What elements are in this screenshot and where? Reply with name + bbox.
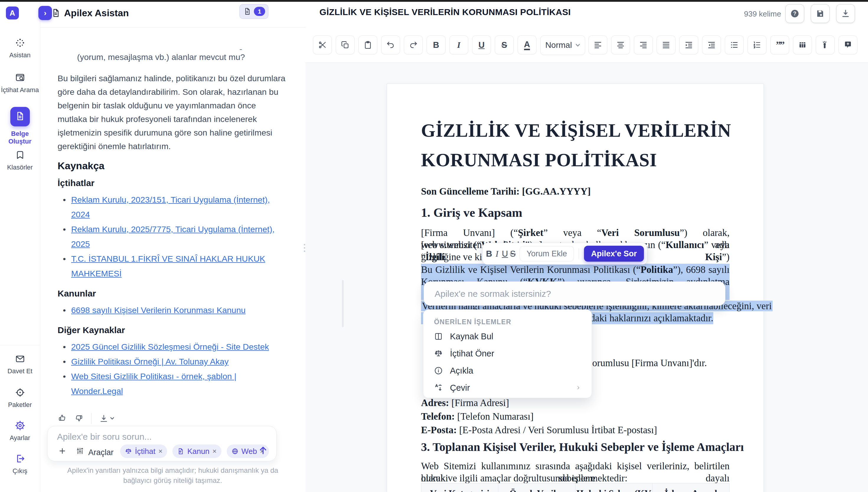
add-comment-button[interactable] (839, 35, 858, 54)
question-icon: ? (790, 8, 800, 19)
source-link[interactable]: Web Sitesi Gizlilik Politikası - örnek, … (71, 371, 236, 396)
save-button[interactable] (811, 4, 829, 23)
source-link[interactable]: 2025 Güncel Gizlilik Sözleşmesi Örneği -… (71, 342, 269, 351)
tools-button[interactable] (76, 447, 84, 456)
numbered-list-button[interactable] (747, 35, 766, 54)
globe-icon (231, 448, 238, 455)
download-button[interactable] (836, 4, 855, 23)
indent-decrease-button[interactable] (702, 35, 721, 54)
sidebar-item-ictihat-arama[interactable]: İçtihat Arama (0, 73, 40, 94)
strikethrough-button[interactable]: S (495, 35, 514, 54)
italic-button[interactable]: I (449, 35, 468, 54)
app-logo[interactable]: A (6, 6, 19, 20)
source-link[interactable]: Reklam Kurulu, 2025/7775, Ticari Uygulam… (71, 224, 275, 249)
attached-document-badge[interactable]: 1 (239, 4, 269, 19)
align-justify-button[interactable] (657, 35, 675, 54)
filter-chips: İçtihat × Kanun × Web × (120, 444, 269, 458)
collapse-panel-button[interactable]: › (39, 6, 52, 20)
copy-button[interactable] (336, 35, 355, 54)
download-menu-button[interactable] (99, 414, 114, 423)
chat-composer: Araçlar İçtihat × Kanun × Web × (47, 426, 277, 461)
doc-table[interactable]: Veri Kategorisi Örnek Veriler Hukuki Seb… (421, 483, 730, 492)
ask-apilex-input[interactable] (434, 282, 713, 306)
chip-kanun[interactable]: Kanun × (173, 444, 221, 458)
doc-heading-1[interactable]: 1. Giriş ve Kapsam (421, 205, 522, 220)
align-center-button[interactable] (611, 35, 630, 54)
add-comment-button[interactable]: Yorum Ekle (520, 246, 573, 261)
strikethrough-button[interactable]: S (510, 247, 516, 261)
highlight-torch-button[interactable] (816, 35, 835, 54)
list-item: Reklam Kurulu, 2023/151, Ticari Uygulama… (57, 192, 286, 222)
table-header-row: Veri Kategorisi Örnek Veriler Hukuki Seb… (421, 484, 730, 492)
chat-scrollbar[interactable] (342, 280, 344, 327)
doc-paragraph-line-partial[interactable]: orumlusu [Firma Unvanı]'dır. (592, 357, 707, 369)
add-attachment-button[interactable] (58, 447, 67, 456)
doc-heading-3[interactable]: 3. Toplanan Kişisel Veriler, Hukuki Sebe… (421, 440, 744, 454)
list-item: 2025 Güncel Gizlilik Sözleşmesi Örneği -… (57, 339, 286, 354)
panel-resize-handle[interactable] (304, 244, 306, 254)
menu-item-cevir[interactable]: Çevir (424, 379, 592, 396)
doc-paragraph-line[interactable]: olarak ve ilgili amaçlar doğrultusunda i… (421, 472, 628, 484)
doc-contact-line[interactable]: Adres: [Firma Adresi] (421, 397, 509, 409)
underline-button[interactable]: U (472, 35, 491, 54)
source-link[interactable]: Gizlilik Politikası Örneği | Av. Tolunay… (71, 357, 229, 366)
doc-contact-line[interactable]: E-Posta: [E-Posta Adresi / Veri Sorumlus… (421, 424, 657, 436)
sidebar-item-cikis[interactable]: Çıkış (0, 453, 40, 475)
assistant-panel: Apilex Asistan 1 - (yorum, mesajlaşma vb… (40, 0, 306, 492)
selection-toolbar: B I U S Yorum Ekle Apilex'e Sor (482, 243, 647, 265)
blockquote-button[interactable]: ”” (770, 35, 789, 54)
text-color-button[interactable]: A (517, 35, 536, 54)
bibliography-section-heading: Kanunlar (57, 289, 286, 299)
table-button[interactable] (793, 35, 812, 54)
ai-disclaimer: Apilex'in yanıtları yalnızca bilgi amaçl… (40, 465, 306, 486)
align-right-button[interactable] (634, 35, 653, 54)
thumbs-down-button[interactable] (74, 414, 83, 424)
list-item: Reklam Kurulu, 2025/7775, Ticari Uygulam… (57, 222, 286, 251)
undo-button[interactable] (381, 35, 400, 54)
menu-item-ictihat-oner[interactable]: İçtihat Öner (424, 345, 592, 362)
cut-button[interactable] (313, 35, 332, 54)
bold-button[interactable]: B (427, 35, 445, 54)
close-icon[interactable]: × (158, 447, 162, 456)
source-link[interactable]: T.C. İSTANBUL 1.FİKRÎ VE SINAÎ HAKLAR HU… (71, 254, 265, 278)
sidebar-item-davet-et[interactable]: Davet Et (0, 354, 40, 375)
doc-contact-line[interactable]: Telefon: [Telefon Numarası] (421, 411, 534, 423)
menu-item-acikla[interactable]: Açıkla (424, 362, 592, 379)
chevron-down-icon (576, 43, 580, 48)
tools-label[interactable]: Araçlar (88, 448, 114, 457)
redo-button[interactable] (404, 35, 423, 54)
align-left-button[interactable] (588, 35, 607, 54)
sidebar-item-ayarlar[interactable]: Ayarlar (0, 421, 40, 442)
sidebar-item-paketler[interactable]: Paketler (0, 388, 40, 409)
ask-apilex-button[interactable]: Apilex'e Sor (584, 246, 644, 262)
send-button[interactable] (258, 445, 269, 457)
close-icon[interactable]: × (212, 447, 217, 456)
doc-title-line[interactable]: KORUNMASI POLİTİKASI (421, 145, 657, 175)
chat-input[interactable] (56, 430, 235, 444)
chat-scroll-area[interactable]: - (yorum, mesajlaşma vb.) alanlar mevcut… (40, 27, 306, 423)
mail-icon (15, 360, 25, 365)
source-link[interactable]: 6698 sayılı Kişisel Verilerin Korunması … (71, 305, 246, 315)
list-item: T.C. İSTANBUL 1.FİKRÎ VE SINAÎ HAKLAR HU… (57, 251, 286, 281)
chip-ictihat[interactable]: İçtihat × (120, 444, 167, 458)
document-icon (177, 448, 184, 455)
bullet-list-button[interactable] (725, 35, 744, 54)
menu-item-kaynak-bul[interactable]: Kaynak Bul (424, 328, 592, 345)
doc-updated-line[interactable]: Son Güncelleme Tarihi: [GG.AA.YYYY] (421, 186, 591, 198)
help-button[interactable]: ? (785, 4, 804, 23)
source-link[interactable]: Reklam Kurulu, 2023/151, Ticari Uygulama… (71, 195, 270, 219)
chevron-right-icon (576, 385, 581, 390)
doc-title-line[interactable]: GİZLİLİK VE KİŞİSEL VERİLERİN (421, 116, 731, 145)
underline-button[interactable]: U (502, 247, 508, 261)
sidebar-item-belge-olustur[interactable] (10, 107, 30, 126)
thumbs-up-button[interactable] (57, 414, 67, 424)
paragraph-style-select[interactable]: Normal (540, 35, 585, 55)
sidebar-item-klasorler[interactable]: Klasörler (0, 150, 40, 171)
sidebar-item-asistan[interactable]: Asistan (0, 38, 40, 59)
message-actions (57, 413, 286, 424)
italic-button[interactable]: I (494, 247, 501, 261)
indent-increase-button[interactable] (679, 35, 698, 54)
paste-button[interactable] (358, 35, 377, 54)
bold-button[interactable]: B (486, 247, 492, 261)
divider (91, 413, 92, 424)
